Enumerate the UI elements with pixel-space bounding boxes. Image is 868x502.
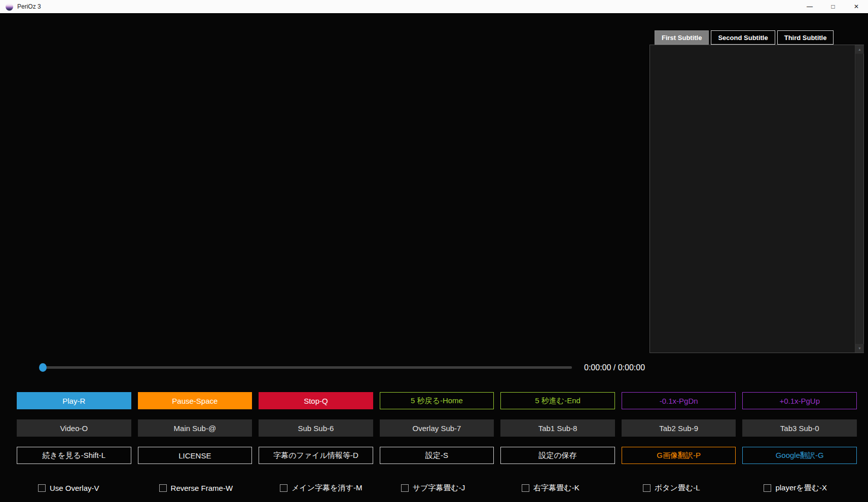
close-button[interactable]: ✕ [845, 0, 868, 13]
subtitle-tabstrip: First Subtitle Second Subtitle Third Sub… [655, 30, 834, 45]
back-5s-button[interactable]: 5 秒戻る-Home [380, 392, 494, 409]
save-settings-button[interactable]: 設定の保存 [500, 447, 615, 464]
tab-first-subtitle[interactable]: First Subtitle [655, 30, 709, 45]
tab-second-subtitle[interactable]: Second Subtitle [711, 30, 775, 45]
speed-up-button[interactable]: +0.1x-PgUp [742, 392, 857, 409]
checkbox-icon[interactable] [280, 484, 287, 492]
collapse-player-checkbox[interactable]: playerを畳む-X [742, 482, 857, 493]
scroll-down-icon[interactable]: ▼ [855, 344, 864, 353]
subtitle-list-panel: ▲ ▼ [649, 45, 864, 353]
video-area[interactable] [0, 14, 649, 359]
main-sub-button[interactable]: Main Sub-@ [138, 419, 252, 437]
subtitle-file-info-button[interactable]: 字幕のファイル情報等-D [259, 447, 373, 464]
checkbox-icon[interactable] [522, 484, 529, 492]
clear-main-subtitle-checkbox[interactable]: メイン字幕を消す-M [259, 482, 373, 493]
minimize-button[interactable]: — [798, 0, 821, 13]
checkbox-label: 右字幕畳む-K [533, 483, 579, 493]
continue-watching-button[interactable]: 続きを見る-Shift-L [17, 447, 131, 464]
scroll-up-icon[interactable]: ▲ [855, 45, 864, 54]
subtitle-list-content [650, 45, 855, 353]
license-button[interactable]: LICENSE [138, 447, 252, 464]
checkbox-label: playerを畳む-X [775, 483, 827, 493]
button-row-tools: 続きを見る-Shift-L LICENSE 字幕のファイル情報等-D 設定-S … [17, 447, 857, 464]
checkbox-icon[interactable] [38, 484, 46, 492]
overlay-sub-button[interactable]: Overlay Sub-7 [380, 419, 494, 437]
checkbox-icon[interactable] [401, 484, 409, 492]
checkbox-icon[interactable] [159, 484, 167, 492]
tab-third-subtitle[interactable]: Third Subtitle [777, 30, 834, 45]
stop-button[interactable]: Stop-Q [259, 392, 373, 409]
button-row-open-files: Video-O Main Sub-@ Sub Sub-6 Overlay Sub… [17, 419, 857, 437]
checkbox-label: Reverse Frame-W [171, 484, 233, 492]
window-title: PeriOz 3 [17, 3, 41, 10]
collapse-right-subtitle-checkbox[interactable]: 右字幕畳む-K [500, 482, 615, 493]
tab2-sub-button[interactable]: Tab2 Sub-9 [622, 419, 736, 437]
collapse-buttons-checkbox[interactable]: ボタン畳む-L [622, 482, 736, 493]
checkbox-label: Use Overlay-V [50, 484, 99, 492]
checkbox-icon[interactable] [643, 484, 650, 492]
subtitle-scrollbar[interactable]: ▲ ▼ [855, 45, 863, 353]
seek-bar-track[interactable] [41, 366, 572, 369]
forward-5s-button[interactable]: 5 秒進む-End [500, 392, 615, 409]
google-translate-button[interactable]: Google翻訳-G [742, 447, 857, 464]
g-image-translate-button[interactable]: G画像翻訳-P [622, 447, 736, 464]
seek-bar-thumb[interactable] [39, 363, 47, 372]
pause-button[interactable]: Pause-Space [138, 392, 252, 409]
speed-down-button[interactable]: -0.1x-PgDn [622, 392, 736, 409]
checkbox-label: サブ字幕畳む-J [413, 483, 465, 493]
tab3-sub-button[interactable]: Tab3 Sub-0 [742, 419, 857, 437]
checkbox-row: Use Overlay-V Reverse Frame-W メイン字幕を消す-M… [17, 482, 857, 493]
checkbox-label: ボタン畳む-L [655, 483, 700, 493]
checkbox-icon[interactable] [764, 484, 771, 492]
play-button[interactable]: Play-R [17, 392, 131, 409]
sub-sub-button[interactable]: Sub Sub-6 [259, 419, 373, 437]
maximize-button[interactable]: □ [821, 0, 845, 13]
title-bar: PeriOz 3 — □ ✕ [0, 0, 868, 14]
use-overlay-checkbox[interactable]: Use Overlay-V [17, 482, 131, 493]
video-open-button[interactable]: Video-O [17, 419, 131, 437]
time-display: 0:00:00 / 0:00:00 [584, 363, 645, 372]
reverse-frame-checkbox[interactable]: Reverse Frame-W [138, 482, 252, 493]
checkbox-label: メイン字幕を消す-M [292, 483, 362, 493]
button-row-playback: Play-R Pause-Space Stop-Q 5 秒戻る-Home 5 秒… [17, 392, 857, 409]
tab1-sub-button[interactable]: Tab1 Sub-8 [500, 419, 615, 437]
settings-button[interactable]: 設定-S [380, 447, 494, 464]
app-window: PeriOz 3 — □ ✕ First Subtitle Second Sub… [0, 0, 868, 502]
collapse-sub-subtitle-checkbox[interactable]: サブ字幕畳む-J [380, 482, 494, 493]
window-controls: — □ ✕ [798, 0, 868, 13]
app-logo-icon [6, 3, 13, 11]
